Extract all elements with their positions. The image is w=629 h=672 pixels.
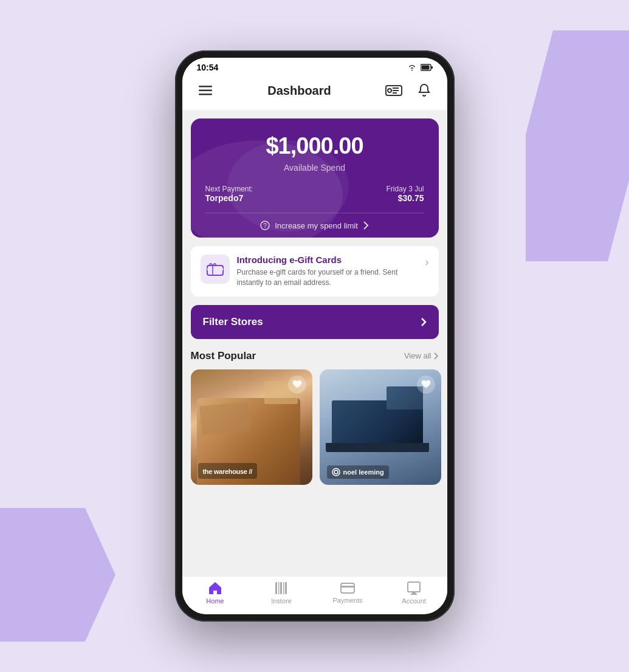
ticket-icon xyxy=(385,84,402,97)
balance-label: Available Spend xyxy=(205,163,424,173)
instore-nav-label: Instore xyxy=(271,597,292,605)
svg-rect-3 xyxy=(199,86,212,87)
warehouse-logo-bg: the warehouse // xyxy=(198,463,257,479)
battery-icon xyxy=(421,64,433,71)
nav-item-account[interactable]: Account xyxy=(393,581,435,605)
svg-point-17 xyxy=(332,468,340,476)
payment-date-text: Friday 3 Jul xyxy=(386,185,424,193)
app-header: Dashboard xyxy=(182,75,447,110)
svg-rect-20 xyxy=(278,582,280,594)
account-nav-label: Account xyxy=(402,597,426,605)
home-nav-label: Home xyxy=(206,597,224,605)
svg-text:?: ? xyxy=(263,222,267,229)
barcode-nav-icon xyxy=(275,581,288,595)
view-all-chevron-icon xyxy=(434,352,439,360)
page-title: Dashboard xyxy=(267,84,331,98)
noel-logo-bg: noel leeming xyxy=(327,465,389,479)
bottom-navigation: Home Instore Payments xyxy=(182,576,447,614)
account-nav-icon xyxy=(407,581,421,595)
gift-card-icon xyxy=(201,255,230,284)
svg-rect-25 xyxy=(341,586,354,588)
store-card-warehouse[interactable]: the warehouse // xyxy=(191,369,312,485)
heart-icon xyxy=(421,380,431,389)
filter-stores-label: Filter Stores xyxy=(203,316,263,328)
next-payment-label: Next Payment: xyxy=(205,185,253,193)
svg-rect-21 xyxy=(280,582,282,594)
balance-amount: $1,000.00 xyxy=(205,133,424,159)
view-all-text: View all xyxy=(404,351,431,360)
laptop-base xyxy=(326,443,429,452)
store-cards-list: the warehouse // xyxy=(182,369,447,485)
warehouse-logo-text: the warehouse // xyxy=(203,468,252,475)
chevron-right-icon xyxy=(363,221,369,230)
next-payment-name: Torpedo7 xyxy=(205,193,253,203)
noel-logo-overlay: noel leeming xyxy=(320,459,441,485)
svg-point-7 xyxy=(388,89,391,92)
payments-nav-icon xyxy=(340,582,355,594)
ticket-button[interactable] xyxy=(383,80,405,101)
svg-rect-4 xyxy=(199,90,212,92)
bg-decoration-right xyxy=(526,30,629,261)
nav-item-home[interactable]: Home xyxy=(194,581,236,605)
question-circle-icon: ? xyxy=(260,221,270,230)
view-all-button[interactable]: View all xyxy=(404,351,439,360)
filter-stores-chevron-icon xyxy=(421,317,427,327)
payment-amount: $30.75 xyxy=(386,193,424,203)
phone-screen: 10:54 xyxy=(182,58,447,614)
next-payment-info: Next Payment: Torpedo7 xyxy=(205,185,253,203)
status-time: 10:54 xyxy=(197,63,219,72)
phone-frame: 10:54 xyxy=(175,50,455,622)
notification-button[interactable] xyxy=(413,80,435,101)
gift-card-banner[interactable]: Introducing e-Gift Cards Purchase e-gift… xyxy=(191,246,439,297)
filter-stores-button[interactable]: Filter Stores xyxy=(191,305,439,339)
menu-button[interactable] xyxy=(194,80,216,101)
svg-rect-19 xyxy=(275,582,277,594)
svg-rect-14 xyxy=(207,268,223,270)
tablet xyxy=(387,386,423,410)
warehouse-favorite-button[interactable] xyxy=(288,375,306,394)
nav-item-payments[interactable]: Payments xyxy=(326,582,369,604)
balance-meta: Next Payment: Torpedo7 Friday 3 Jul $30.… xyxy=(205,185,424,203)
payments-nav-label: Payments xyxy=(333,597,363,604)
svg-rect-1 xyxy=(421,66,429,70)
svg-rect-23 xyxy=(285,582,287,594)
heart-icon xyxy=(292,380,302,389)
svg-rect-26 xyxy=(408,582,420,592)
store-card-noel-leeming[interactable]: noel leeming xyxy=(320,369,441,485)
gift-card-content: Introducing e-Gift Cards Purchase e-gift… xyxy=(237,255,418,288)
warehouse-card-visual: the warehouse // xyxy=(191,369,312,485)
gift-card-description: Purchase e-gift cards for yourself or a … xyxy=(237,267,418,288)
status-bar: 10:54 xyxy=(182,58,447,75)
bottom-spacer xyxy=(182,485,447,495)
svg-point-18 xyxy=(334,470,338,474)
noel-card-visual: noel leeming xyxy=(320,369,441,485)
svg-rect-24 xyxy=(341,583,354,593)
balance-card: $1,000.00 Available Spend Next Payment: … xyxy=(191,118,439,238)
most-popular-header: Most Popular View all xyxy=(182,350,447,369)
most-popular-title: Most Popular xyxy=(191,350,256,362)
svg-rect-22 xyxy=(283,582,284,594)
warehouse-logo-overlay: the warehouse // xyxy=(191,457,312,485)
noel-logo-text: noel leeming xyxy=(343,468,384,476)
bell-icon xyxy=(418,84,430,97)
nav-item-instore[interactable]: Instore xyxy=(260,581,303,605)
gift-card-chevron-icon: › xyxy=(425,256,429,269)
main-content: $1,000.00 Available Spend Next Payment: … xyxy=(182,110,447,576)
increase-limit-text: Increase my spend limit xyxy=(275,221,358,230)
noel-favorite-button[interactable] xyxy=(417,375,435,394)
gift-card-title: Introducing e-Gift Cards xyxy=(237,255,418,265)
svg-rect-5 xyxy=(199,94,212,95)
bed-pillow xyxy=(199,402,250,434)
hamburger-icon xyxy=(199,86,212,95)
noel-circle-icon xyxy=(332,468,340,476)
home-nav-icon xyxy=(208,581,222,595)
header-actions xyxy=(383,80,435,101)
gift-card-svg-icon xyxy=(207,262,224,276)
payment-date-info: Friday 3 Jul $30.75 xyxy=(386,185,424,203)
status-icons xyxy=(407,64,433,71)
svg-rect-2 xyxy=(431,66,433,69)
wifi-icon xyxy=(407,64,417,71)
increase-limit-button[interactable]: ? Increase my spend limit xyxy=(205,213,424,238)
bg-decoration-left xyxy=(0,508,115,642)
